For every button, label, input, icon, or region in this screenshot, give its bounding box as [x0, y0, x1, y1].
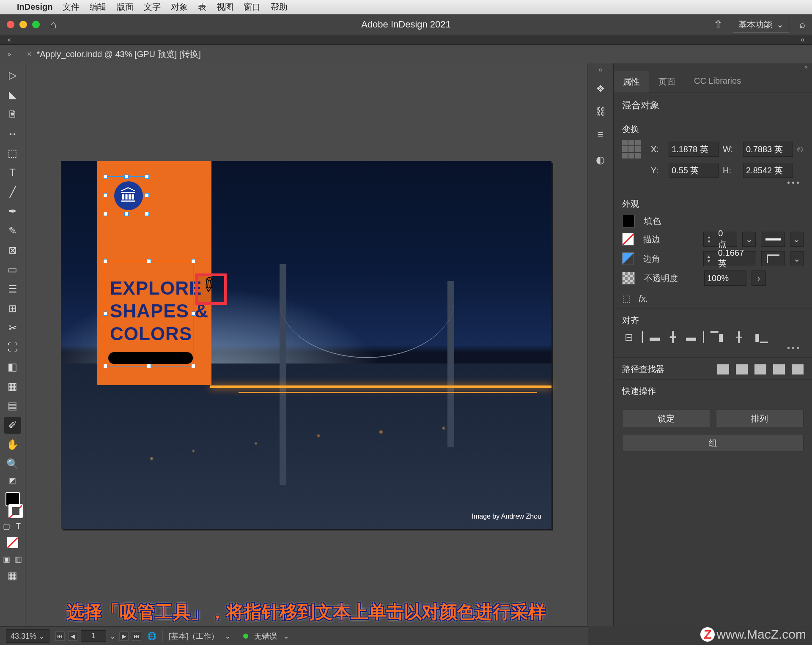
align-right-icon[interactable]: ▬▕ — [688, 331, 702, 343]
minimize-window-button[interactable] — [19, 21, 27, 28]
corner-style-dd[interactable]: ⌄ — [790, 251, 804, 266]
menu-object[interactable]: 对象 — [171, 1, 188, 13]
first-page-button[interactable]: ⏮ — [55, 631, 65, 641]
workspace-dropdown[interactable]: 基本功能 ⌄ — [733, 17, 789, 33]
x-input[interactable]: 1.1878 英 — [669, 142, 719, 157]
menu-view[interactable]: 视图 — [217, 1, 233, 13]
view-mode-preview[interactable]: ▥ — [13, 554, 24, 565]
menu-edit[interactable]: 编辑 — [90, 1, 107, 13]
menu-indesign[interactable]: InDesign — [17, 2, 52, 12]
tools-chevron[interactable]: » — [0, 50, 19, 58]
swatches-panel-icon[interactable]: ◐ — [593, 152, 608, 167]
stroke-style-dd[interactable]: ⌄ — [790, 232, 804, 247]
view-mode-normal[interactable]: ▣ — [1, 554, 12, 565]
w-input[interactable]: 0.7883 英 — [743, 142, 793, 157]
align-hcenter-icon[interactable]: ╋ — [666, 331, 680, 343]
scissors-tool[interactable]: ✂ — [4, 320, 21, 336]
align-bottom-icon[interactable]: ▮▁ — [754, 331, 768, 343]
page-number-input[interactable]: 1 — [81, 630, 106, 642]
pen-tool[interactable]: ✒ — [4, 203, 21, 220]
screen-mode-icon[interactable]: ▦ — [4, 567, 21, 584]
align-more[interactable]: ••• — [622, 343, 804, 353]
line-tool[interactable]: ╱ — [4, 183, 21, 200]
pathfinder-minusback-icon[interactable] — [792, 364, 804, 374]
group-button[interactable]: 组 — [622, 434, 804, 452]
pathfinder-intersect-icon[interactable] — [754, 364, 766, 374]
pathfinder-exclude-icon[interactable] — [773, 364, 785, 374]
menu-layout[interactable]: 版面 — [117, 1, 134, 13]
opacity-dd[interactable]: › — [752, 271, 766, 286]
next-page-button[interactable]: ▶ — [119, 631, 129, 641]
lock-button[interactable]: 锁定 — [622, 410, 710, 427]
rectangle-tool[interactable]: ▭ — [4, 261, 21, 278]
grid-tool-h[interactable]: ☰ — [4, 281, 21, 298]
stroke-chip[interactable] — [622, 233, 634, 246]
eyedropper-tool[interactable]: ✐ — [4, 417, 21, 434]
close-window-button[interactable] — [7, 21, 14, 28]
props-collapse[interactable]: « — [614, 63, 812, 71]
formatting-container-icon[interactable]: ▢ — [1, 521, 12, 532]
search-icon[interactable]: ⌕ — [799, 19, 805, 30]
formatting-text-icon[interactable]: T — [13, 521, 24, 532]
gradient-feather-tool[interactable]: ▦ — [4, 378, 21, 395]
stroke-weight-dd[interactable]: ⌄ — [742, 232, 756, 247]
prev-page-button[interactable]: ◀ — [68, 631, 77, 641]
free-transform-tool[interactable]: ⛶ — [4, 339, 21, 356]
share-icon[interactable]: ⇧ — [713, 18, 723, 31]
constrain-proportions-icon[interactable]: ⎋ — [797, 144, 812, 155]
preflight-dd[interactable]: ⌄ — [283, 631, 289, 641]
opacity-chip[interactable] — [622, 272, 635, 284]
stroke-style-thumb[interactable] — [761, 232, 785, 247]
align-vcenter-icon[interactable]: ╂ — [732, 331, 746, 343]
hand-tool[interactable]: ✋ — [4, 436, 21, 453]
panel-collapse-right[interactable]: « — [793, 35, 812, 44]
content-collector-tool[interactable]: ⬚ — [4, 145, 21, 161]
stroke-panel-icon[interactable]: ≡ — [593, 127, 608, 142]
preflight-label[interactable]: 无错误 — [254, 631, 277, 641]
gap-tool[interactable]: ↔ — [4, 125, 21, 142]
note-tool[interactable]: ▤ — [4, 397, 21, 414]
h-input[interactable]: 2.8542 英 — [743, 163, 793, 178]
close-tab-icon[interactable]: × — [27, 50, 32, 59]
page-tool[interactable]: 🗎 — [4, 106, 21, 123]
stroke-color-swatch[interactable] — [8, 504, 23, 518]
arrange-button[interactable]: 排列 — [716, 410, 804, 427]
corner-style-thumb[interactable] — [761, 251, 785, 266]
y-input[interactable]: 0.55 英 — [669, 163, 719, 178]
corner-chip[interactable] — [622, 252, 634, 265]
menu-help[interactable]: 帮助 — [271, 1, 288, 13]
gradient-swatch-tool[interactable]: ◧ — [4, 358, 21, 375]
zoom-window-button[interactable] — [32, 21, 40, 28]
pathfinder-unite-icon[interactable] — [717, 364, 729, 374]
dock-collapse[interactable]: » — [598, 66, 602, 74]
fx-icon[interactable]: fx. — [639, 293, 648, 304]
document-canvas[interactable]: 🏛 EXPLORE SHAPES & COLORS — [25, 63, 587, 626]
rectangle-frame-tool[interactable]: ⊠ — [4, 242, 21, 259]
menu-table[interactable]: 表 — [198, 1, 206, 13]
menu-window[interactable]: 窗口 — [244, 1, 261, 13]
tab-properties[interactable]: 属性 — [614, 71, 649, 93]
align-left-icon[interactable]: ▏▬ — [644, 331, 658, 343]
master-dd[interactable]: ⌄ — [225, 631, 231, 641]
zoom-tool[interactable]: 🔍 — [4, 456, 21, 473]
menu-file[interactable]: 文件 — [63, 1, 80, 13]
stroke-weight-input[interactable]: ▲▼0 点 — [703, 232, 737, 247]
pencil-tool[interactable]: ✎ — [4, 222, 21, 239]
fill-chip[interactable] — [622, 215, 635, 227]
type-tool[interactable]: T — [4, 164, 21, 181]
tab-cclibraries[interactable]: CC Libraries — [685, 71, 750, 93]
corner-radius-input[interactable]: ▲▼0.1667 英 — [703, 251, 756, 266]
align-top-icon[interactable]: ▔▮ — [710, 331, 724, 343]
transform-more[interactable]: ••• — [622, 178, 804, 188]
align-to-selection-icon[interactable]: ⊟ — [622, 331, 636, 343]
direct-selection-tool[interactable]: ◣ — [4, 86, 21, 103]
document-tab[interactable]: × *Apply_color.indd @ 43% [GPU 预览] [转换] — [19, 45, 209, 63]
reference-point-picker[interactable] — [622, 140, 641, 159]
page[interactable]: 🏛 EXPLORE SHAPES & COLORS — [61, 161, 551, 529]
home-icon[interactable]: ⌂ — [50, 18, 57, 31]
selection-tool[interactable]: ▷ — [4, 67, 21, 84]
apply-none-icon[interactable] — [4, 534, 21, 551]
page-dd[interactable]: ⌄ — [110, 631, 116, 641]
pathfinder-subtract-icon[interactable] — [736, 364, 748, 374]
orange-panel[interactable]: 🏛 EXPLORE SHAPES & COLORS — [97, 161, 211, 385]
